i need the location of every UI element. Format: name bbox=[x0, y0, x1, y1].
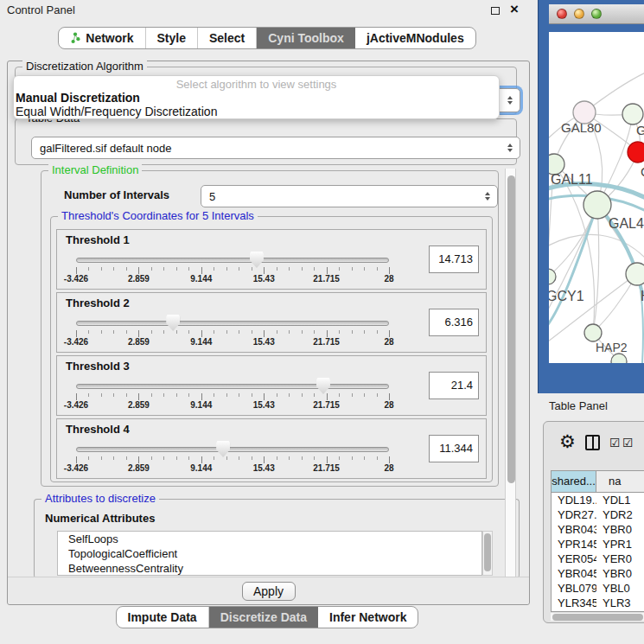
slider-tick-labels: -3.4262.8599.14415.4321.71528 bbox=[76, 463, 389, 473]
network-node[interactable] bbox=[622, 104, 643, 124]
cell-shared-name: YDL19... bbox=[552, 493, 596, 507]
control-panel-titlebar: Control Panel × bbox=[0, 0, 534, 19]
slider-ticks bbox=[76, 330, 389, 337]
algorithm-dropdown-popup: Select algorithm to view settings Manual… bbox=[13, 75, 500, 119]
attribute-item[interactable]: SelfLoops bbox=[58, 532, 481, 546]
table-row[interactable]: YDR27...YDR2 bbox=[552, 507, 644, 522]
slider-thumb[interactable] bbox=[316, 378, 330, 394]
slider-track[interactable] bbox=[76, 258, 389, 263]
attributes-list[interactable]: SelfLoopsTopologicalCoefficientBetweenne… bbox=[57, 531, 482, 576]
network-node[interactable] bbox=[584, 324, 602, 341]
threshold-label: Threshold 4 bbox=[66, 423, 130, 436]
gear-icon[interactable]: ⚙ bbox=[559, 432, 576, 451]
zoom-traffic-light-icon[interactable] bbox=[591, 9, 602, 19]
close-traffic-light-icon[interactable] bbox=[557, 9, 567, 19]
bottom-tab-infer-network[interactable]: Infer Network bbox=[318, 607, 418, 628]
column-header-shared-name[interactable]: shared... bbox=[552, 471, 596, 492]
node-label: GAL11 bbox=[551, 172, 593, 187]
num-intervals-combobox[interactable]: 5 bbox=[201, 185, 498, 207]
top-tab-bar: NetworkStyleSelectCyni ToolboxjActiveMNo… bbox=[0, 27, 534, 49]
control-panel: Control Panel × NetworkStyleSelectCyni T… bbox=[0, 0, 534, 644]
threshold-panel: Threshold 2-3.4262.8599.14415.4321.71528… bbox=[56, 292, 487, 353]
table-data-combobox[interactable]: galFiltered.sif default node bbox=[31, 137, 520, 159]
algorithm-option[interactable]: Equal Width/Frequency Discretization bbox=[14, 105, 499, 118]
close-icon[interactable]: × bbox=[510, 1, 519, 18]
attribute-item[interactable]: BetweennessCentrality bbox=[58, 561, 481, 576]
checkbox-icon[interactable]: ☑ bbox=[622, 437, 634, 449]
network-canvas[interactable]: GAL80G.CGAL11GAL4GCY1HHAP2 bbox=[549, 32, 644, 363]
slider-ticks bbox=[76, 267, 389, 274]
cell-name: YDR2 bbox=[596, 507, 644, 522]
split-column-icon[interactable] bbox=[585, 435, 600, 450]
cell-name: YBL0 bbox=[596, 581, 644, 596]
network-node[interactable] bbox=[628, 142, 644, 163]
threshold-value-field[interactable]: 21.4 bbox=[429, 372, 479, 399]
combo-stepper-icon bbox=[485, 192, 490, 201]
network-icon bbox=[70, 32, 81, 44]
network-node[interactable] bbox=[626, 263, 644, 285]
cell-name: YBR0 bbox=[596, 522, 644, 537]
table-row[interactable]: YDL19...YDL1 bbox=[552, 493, 644, 507]
float-window-icon[interactable] bbox=[491, 7, 500, 15]
threshold-slider[interactable]: -3.4262.8599.14415.4321.71528 bbox=[76, 254, 389, 280]
network-node[interactable] bbox=[583, 191, 611, 219]
table-panel-title: Table Panel bbox=[549, 399, 608, 412]
table-row[interactable]: YBR045CYBR0 bbox=[552, 566, 644, 581]
tab-cyni-toolbox[interactable]: Cyni Toolbox bbox=[257, 28, 355, 48]
table-row[interactable]: YLR345WYLR3 bbox=[552, 596, 644, 610]
cell-shared-name: YDR27... bbox=[552, 507, 596, 522]
table-row[interactable]: YPR145WYPR1 bbox=[552, 537, 644, 552]
threshold-value-field[interactable]: 6.316 bbox=[429, 309, 479, 336]
slider-thumb[interactable] bbox=[166, 315, 180, 331]
tab-jactivemnodules[interactable]: jActiveMNodules bbox=[355, 28, 475, 48]
table-panel-header: Table Panel bbox=[538, 393, 644, 419]
checkbox-icon[interactable]: ☑ bbox=[609, 437, 621, 449]
threshold-value-field[interactable]: 11.344 bbox=[429, 435, 479, 462]
threshold-slider[interactable]: -3.4262.8599.14415.4321.71528 bbox=[76, 317, 389, 343]
threshold-slider[interactable]: -3.4262.8599.14415.4321.71528 bbox=[76, 443, 389, 469]
cell-name: YLR3 bbox=[596, 596, 644, 610]
slider-track[interactable] bbox=[76, 384, 389, 389]
table-row[interactable]: YBL079WYBL0 bbox=[552, 581, 644, 596]
slider-track[interactable] bbox=[76, 447, 389, 452]
slider-ticks bbox=[76, 393, 389, 400]
interval-definition-group: Interval Definition Number of Intervals … bbox=[41, 170, 499, 487]
interval-definition-title: Interval Definition bbox=[48, 163, 142, 176]
slider-thumb[interactable] bbox=[250, 252, 264, 268]
threshold-label: Threshold 3 bbox=[66, 360, 130, 373]
combo-stepper-icon bbox=[507, 143, 513, 152]
tab-select[interactable]: Select bbox=[198, 28, 257, 48]
table-data-group: Table Data galFiltered.sif default node bbox=[15, 118, 517, 165]
cell-shared-name: YBR043C bbox=[552, 522, 596, 537]
algorithm-option[interactable]: Manual Discretization bbox=[14, 91, 499, 105]
table-row[interactable]: YER054CYER0 bbox=[552, 552, 644, 566]
tab-style[interactable]: Style bbox=[146, 28, 198, 48]
slider-thumb[interactable] bbox=[216, 441, 230, 457]
column-header-name[interactable]: na bbox=[596, 471, 644, 492]
threshold-panel: Threshold 1-3.4262.8599.14415.4321.71528… bbox=[56, 229, 487, 290]
bottom-tab-label: Discretize Data bbox=[220, 610, 307, 624]
node-attribute-table[interactable]: shared... na YDL19...YDL1YDR27...YDR2YBR… bbox=[551, 470, 644, 612]
tab-label: Network bbox=[86, 31, 133, 45]
node-label: G. bbox=[636, 123, 644, 137]
table-row[interactable]: YBR043CYBR0 bbox=[552, 522, 644, 537]
attributes-list-scrollbar[interactable] bbox=[482, 531, 493, 576]
cell-name: YBR0 bbox=[596, 566, 644, 581]
slider-ticks bbox=[76, 456, 389, 463]
tab-network[interactable]: Network bbox=[59, 28, 145, 48]
slider-track[interactable] bbox=[76, 321, 389, 326]
cell-name: YER0 bbox=[596, 552, 644, 566]
threshold-value-field[interactable]: 14.713 bbox=[429, 245, 479, 273]
node-label: C bbox=[641, 164, 644, 179]
bottom-tab-discretize-data[interactable]: Discretize Data bbox=[209, 607, 318, 628]
threshold-slider[interactable]: -3.4262.8599.14415.4321.71528 bbox=[76, 380, 389, 406]
cell-name: YDL1 bbox=[596, 493, 644, 507]
node-label: GCY1 bbox=[549, 289, 584, 303]
bottom-tab-bar: Impute DataDiscretize DataInfer Network bbox=[0, 606, 534, 628]
bottom-tab-impute-data[interactable]: Impute Data bbox=[117, 607, 209, 628]
minimize-traffic-light-icon[interactable] bbox=[574, 9, 584, 19]
apply-button[interactable]: Apply bbox=[242, 582, 296, 601]
table-horizontal-scrollbar[interactable] bbox=[551, 612, 644, 621]
attribute-item[interactable]: TopologicalCoefficient bbox=[58, 546, 481, 561]
pane-scrollbar[interactable] bbox=[505, 169, 516, 577]
